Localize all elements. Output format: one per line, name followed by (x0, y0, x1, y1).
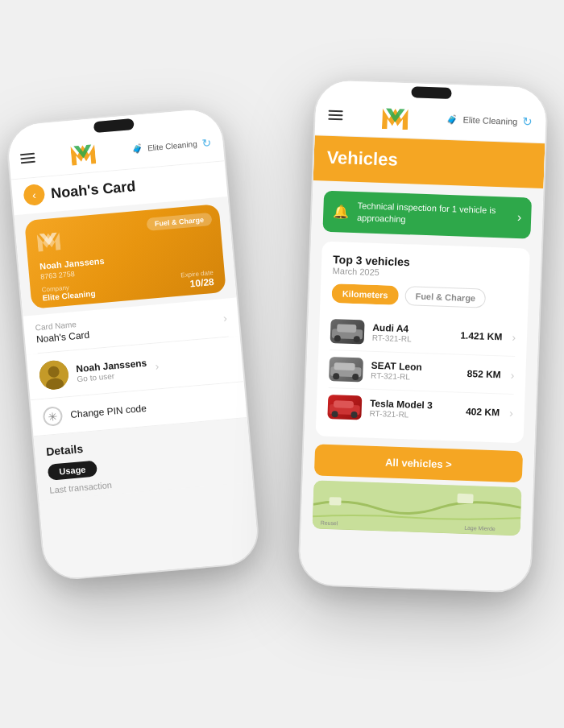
brand-logo (70, 141, 96, 166)
left-phone: 🧳 Elite Cleaning ↻ ‹ Noah's Card Fuel & … (5, 105, 262, 581)
svg-rect-22 (329, 497, 341, 505)
right-hamburger[interactable] (328, 110, 342, 121)
right-phone: 🧳 Elite Cleaning ↻ Vehicles 🔔 Technical … (297, 78, 549, 594)
alert-chevron: › (517, 210, 522, 225)
fuel-tab[interactable]: Fuel & Charge (404, 286, 486, 308)
map-preview: Lage Mierde Reusel (313, 480, 522, 536)
right-briefcase-icon: 🧳 (446, 114, 458, 124)
card-name-value: Noah's Card (35, 329, 89, 345)
map-svg: Lage Mierde Reusel (313, 480, 522, 536)
right-header-right: 🧳 Elite Cleaning ↻ (446, 112, 533, 130)
svg-rect-10 (337, 324, 356, 333)
user-chevron[interactable]: › (155, 359, 160, 372)
right-refresh-icon[interactable]: ↻ (522, 114, 533, 129)
user-avatar (38, 359, 69, 391)
vehicle-plate-1: RT-321-RL (372, 333, 453, 345)
vehicle-chevron-3: › (509, 407, 513, 420)
all-vehicles-button[interactable]: All vehicles > (314, 444, 523, 482)
hamburger-menu[interactable] (20, 153, 35, 164)
right-company-name: Elite Cleaning (462, 115, 517, 126)
vehicle-info-1: Audi A4 RT-321-RL (372, 322, 453, 345)
card-visual: Fuel & Charge Noah Janssens 8763 2758 Co… (24, 204, 226, 309)
card-name-chevron[interactable]: › (222, 311, 227, 324)
alert-banner[interactable]: 🔔 Technical inspection for 1 vehicle is … (322, 191, 532, 239)
usage-tab[interactable]: Usage (48, 461, 98, 481)
details-title: Details (46, 428, 238, 458)
bell-icon: 🔔 (333, 204, 350, 220)
vehicle-km-2: 852 KM (467, 368, 500, 380)
tesla-car-icon (327, 395, 362, 420)
vehicle-row-2[interactable]: SEAT Leon RT-321-RL 852 KM › (329, 350, 516, 395)
vehicle-km-3: 402 KM (466, 406, 500, 418)
vehicle-chevron-1: › (512, 331, 516, 344)
briefcase-icon: 🧳 (131, 143, 143, 155)
km-tab[interactable]: Kilometers (331, 283, 399, 305)
vehicle-chevron-2: › (510, 369, 514, 382)
avatar-image (38, 359, 69, 391)
alert-text: Technical inspection for 1 vehicle is ap… (357, 200, 510, 230)
pin-icon: ✳ (42, 406, 63, 427)
svg-rect-23 (457, 494, 473, 504)
audi-car-icon (330, 319, 365, 344)
vehicles-page-title: Vehicles (326, 147, 532, 176)
right-screen: 🧳 Elite Cleaning ↻ Vehicles 🔔 Technical … (299, 80, 547, 592)
svg-text:Reusel: Reusel (321, 519, 338, 526)
vehicle-km-1: 1.421 KM (460, 329, 502, 342)
vehicle-info-2: SEAT Leon RT-321-RL (371, 360, 459, 383)
pin-label: Change PIN code (70, 403, 147, 420)
company-name-left: Elite Cleaning (147, 139, 197, 152)
vehicle-info-3: Tesla Model 3 RT-321-RL (369, 398, 458, 421)
page-title-left: Noah's Card (50, 178, 136, 202)
logo-area (70, 141, 96, 166)
vehicle-img-seat (329, 357, 363, 382)
refresh-icon[interactable]: ↻ (201, 136, 212, 150)
top-vehicles-section: Top 3 vehicles March 2025 Kilometers Fue… (316, 241, 530, 443)
left-screen: 🧳 Elite Cleaning ↻ ‹ Noah's Card Fuel & … (6, 107, 259, 580)
vehicle-row-3[interactable]: Tesla Model 3 RT-321-RL 402 KM › (327, 388, 513, 432)
seat-car-icon (329, 357, 363, 382)
header-right: 🧳 Elite Cleaning ↻ (131, 136, 213, 156)
vehicles-hero: Vehicles (313, 135, 545, 188)
svg-rect-18 (334, 400, 354, 408)
vehicle-img-tesla (327, 395, 362, 420)
vehicle-row-1[interactable]: Audi A4 RT-321-RL 1.421 KM › (330, 312, 516, 357)
user-info: Noah Janssens Go to user (76, 357, 148, 383)
right-notch (391, 82, 472, 102)
back-button[interactable]: ‹ (23, 184, 45, 206)
card-brand-logo (36, 229, 60, 251)
right-brand-logo (381, 105, 408, 130)
vehicle-img-audi (330, 319, 365, 344)
right-logo (381, 105, 408, 130)
svg-rect-14 (334, 362, 355, 370)
vehicles-tabs: Kilometers Fuel & Charge (331, 283, 517, 309)
